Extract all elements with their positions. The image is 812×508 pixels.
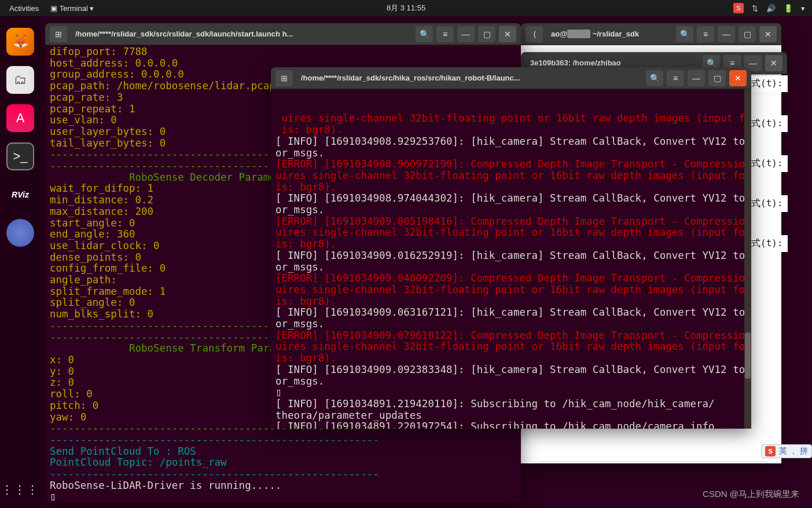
terminal-icon[interactable]: >_ <box>6 142 34 170</box>
terminal-menu[interactable]: ▣ Terminal ▾ <box>50 4 94 13</box>
software-icon[interactable]: A <box>6 104 34 132</box>
gnome-topbar: Activities ▣ Terminal ▾ 8月 3 11:55 S ⇅ 🔊… <box>0 0 812 16</box>
sogou-icon[interactable]: S <box>733 3 744 13</box>
files-icon[interactable]: 🗂 <box>6 66 34 94</box>
back-icon[interactable]: ⟨ <box>526 26 543 42</box>
system-tray[interactable]: S ⇅ 🔊 🔋 ▾ <box>733 3 805 13</box>
term2-title: /home/****/rslidar_sdk/src/hika_ros/src/… <box>296 74 642 82</box>
chevron-down-icon[interactable]: ▾ <box>801 4 805 13</box>
close-button[interactable]: ✕ <box>499 26 516 42</box>
new-tab-icon[interactable]: ⊞ <box>275 70 293 86</box>
close-button[interactable]: ✕ <box>765 55 782 71</box>
term1-title: /home/****/rslidar_sdk/src/rslidar_sdk/l… <box>71 30 412 38</box>
network-icon[interactable]: ⇅ <box>752 4 758 13</box>
term1-titlebar[interactable]: ⊞ /home/****/rslidar_sdk/src/rslidar_sdk… <box>45 23 521 45</box>
term3-title: 3e109b363: /home/zhibao <box>526 59 699 67</box>
files-titlebar[interactable]: ⟨ ao@xxxxx ~/rslidar_sdk 🔍 ≡ — ▢ ✕ <box>521 23 781 45</box>
close-button[interactable]: ✕ <box>729 70 747 86</box>
hamburger-icon[interactable]: ≡ <box>436 26 454 42</box>
term2-titlebar[interactable]: ⊞ /home/****/rslidar_sdk/src/hika_ros/sr… <box>271 67 751 89</box>
volume-icon[interactable]: 🔊 <box>766 4 776 13</box>
terminal-window-2: ⊞ /home/****/rslidar_sdk/src/hika_ros/sr… <box>271 67 751 429</box>
minimize-button[interactable]: — <box>688 70 705 86</box>
dock: 🦊 🗂 A >_ RViz ⋮⋮⋮ <box>0 16 41 508</box>
selection-status: "rslidar_driver" selected (containing 5 … <box>538 461 769 463</box>
minimize-button[interactable]: — <box>718 26 735 42</box>
ime-indicator[interactable]: S英 ， 拼 <box>761 444 812 458</box>
search-icon[interactable]: 🔍 <box>676 26 693 42</box>
activities-button[interactable]: Activities <box>9 4 39 13</box>
watermark: CSDN @马上到我碗里来 <box>703 489 799 500</box>
clock[interactable]: 8月 3 11:55 <box>387 3 425 13</box>
new-tab-icon[interactable]: ⊞ <box>50 26 67 42</box>
term2-body[interactable]: uires single-channel 32bit-floating poin… <box>271 89 751 429</box>
firefox-icon[interactable]: 🦊 <box>6 28 34 56</box>
maximize-button[interactable]: ▢ <box>478 26 495 42</box>
battery-icon[interactable]: 🔋 <box>784 4 793 13</box>
minimize-button[interactable]: — <box>457 26 475 42</box>
hamburger-icon[interactable]: ≡ <box>667 70 684 86</box>
search-icon[interactable]: 🔍 <box>416 26 433 42</box>
search-icon[interactable]: 🔍 <box>646 70 663 86</box>
rviz-panel-text: 式(t): 式(t): 式(t): 式(t): 式(t): <box>747 75 788 252</box>
maximize-button[interactable]: ▢ <box>708 70 726 86</box>
maximize-button[interactable]: ▢ <box>738 26 756 42</box>
hamburger-icon[interactable]: ≡ <box>697 26 714 42</box>
scrollbar[interactable] <box>744 89 751 429</box>
show-apps-icon[interactable]: ⋮⋮⋮ <box>1 483 39 496</box>
globe-icon[interactable] <box>6 219 34 247</box>
close-button[interactable]: ✕ <box>759 26 777 42</box>
files-path: ao@xxxxx ~/rslidar_sdk <box>546 30 673 38</box>
rviz-icon[interactable]: RViz <box>6 181 34 209</box>
